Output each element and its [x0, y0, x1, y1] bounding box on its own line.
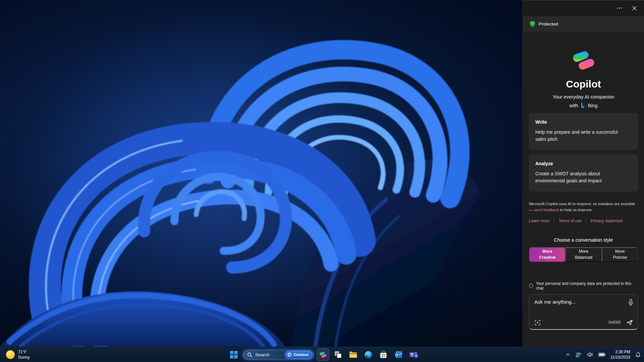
close-icon: [632, 6, 637, 10]
character-counter: 0/4000: [608, 320, 621, 325]
copilot-subtitle: Your everyday AI companion: [529, 94, 638, 100]
search-label: Search: [255, 352, 282, 357]
store-icon: [379, 351, 387, 359]
card-title: Write: [535, 119, 630, 125]
close-button[interactable]: [629, 3, 640, 13]
protected-status-bar: Protected: [523, 16, 644, 32]
send-feedback-link[interactable]: send feedback: [534, 208, 559, 212]
footer-links: Learn more Terms of use Privacy statemen…: [529, 219, 638, 223]
wifi-vpn-icon: [575, 352, 582, 358]
file-explorer-button[interactable]: [347, 348, 360, 361]
chat-composer[interactable]: Ask me anything...: [529, 294, 638, 330]
tray-time: 2:30 PM: [610, 349, 630, 355]
weather-condition: Sunny: [18, 355, 30, 360]
bing-icon: [580, 103, 585, 108]
store-button[interactable]: [377, 348, 390, 361]
chat-input[interactable]: Ask me anything...: [534, 299, 576, 305]
task-view-icon: [334, 351, 342, 359]
screen: Protected Copilot Your: [0, 0, 644, 362]
style-option-line2: Creative: [539, 255, 555, 261]
edge-button[interactable]: [362, 348, 375, 361]
search-icon: [247, 352, 252, 357]
more-options-button[interactable]: [614, 3, 625, 13]
with-bing-row: with Bing: [529, 103, 638, 108]
privacy-note: Your personal and company data are prote…: [529, 281, 638, 291]
privacy-statement-link[interactable]: Privacy statement: [591, 219, 623, 223]
copilot-panel: Protected Copilot Your: [523, 0, 644, 347]
ai-disclaimer: Microsoft Copilot uses AI to respond, so…: [529, 201, 638, 213]
taskbar-center: Search Contoso: [227, 347, 420, 362]
teams-icon: [409, 351, 418, 359]
ellipsis-icon: [617, 7, 622, 9]
microphone-icon: [628, 299, 633, 306]
protected-label: Protected: [539, 21, 558, 26]
search-box[interactable]: Search Contoso: [243, 350, 314, 360]
conversation-style-switcher: More Creative More Balanced More Precise: [529, 247, 638, 262]
learn-more-link[interactable]: Learn more: [529, 219, 549, 223]
card-body: Help me prepare and write a successful s…: [535, 129, 629, 143]
contoso-logo-icon: [287, 352, 292, 357]
send-icon: [626, 319, 633, 326]
suggestion-card-write[interactable]: Write Help me prepare and write a succes…: [529, 113, 638, 150]
clock[interactable]: 2:30 PM 11/15/2023: [609, 349, 632, 360]
style-option-precise[interactable]: More Precise: [602, 247, 638, 262]
card-title: Analyze: [535, 161, 630, 166]
copilot-panel-body: Copilot Your everyday AI companion with …: [523, 32, 644, 347]
battery-icon: [598, 353, 605, 357]
disclaimer-dash: —: [529, 208, 534, 212]
privacy-note-text: Your personal and company data are prote…: [536, 281, 638, 291]
volume-button[interactable]: [586, 351, 595, 359]
screen-capture-icon: [534, 319, 541, 326]
edge-icon: [364, 351, 373, 359]
tray-date: 11/15/2023: [610, 355, 630, 360]
sunny-weather-icon: [6, 350, 15, 359]
protected-shield-icon: [530, 21, 535, 27]
copilot-taskbar-icon: [319, 351, 327, 358]
contoso-badge-label: Contoso: [293, 353, 309, 357]
weather-widget[interactable]: 71°F Sunny: [3, 347, 33, 362]
taskbar-copilot-button[interactable]: [317, 348, 329, 361]
outlook-button[interactable]: [392, 348, 405, 361]
style-option-line2: Balanced: [575, 255, 592, 261]
with-text: with: [570, 103, 578, 108]
send-button[interactable]: [626, 319, 633, 326]
copilot-logo: [571, 49, 597, 72]
notification-bell-icon: [635, 352, 641, 358]
style-option-line1: More: [542, 249, 552, 255]
suggestion-card-analyze[interactable]: Analyze Create a SWOT analysis about env…: [529, 155, 638, 191]
speaker-icon: [587, 352, 593, 357]
tray-chevron-button[interactable]: [565, 352, 572, 357]
chevron-up-icon: [566, 353, 570, 356]
windows-start-icon: [230, 351, 238, 359]
conversation-style-title: Choose a conversation style: [529, 237, 638, 243]
style-option-line2: Precise: [613, 255, 627, 261]
network-button[interactable]: [574, 351, 583, 359]
style-option-creative[interactable]: More Creative: [529, 247, 565, 262]
outlook-icon: [394, 351, 403, 359]
link-divider: [554, 219, 554, 223]
copilot-title: Copilot: [529, 78, 638, 90]
copilot-panel-header: [523, 0, 644, 16]
disclaimer-line1: Microsoft Copilot uses AI to respond, so…: [529, 202, 635, 206]
shield-outline-icon: [529, 283, 533, 288]
weather-temperature: 71°F: [18, 349, 30, 355]
teams-button[interactable]: [407, 348, 420, 361]
microphone-button[interactable]: [628, 299, 633, 306]
terms-of-use-link[interactable]: Terms of use: [558, 219, 582, 223]
style-option-line1: More: [579, 249, 588, 255]
contoso-badge[interactable]: Contoso: [285, 351, 313, 359]
notification-button[interactable]: [634, 351, 642, 359]
screen-capture-button[interactable]: [534, 319, 541, 326]
start-button[interactable]: [227, 348, 240, 361]
system-tray: 2:30 PM 11/15/2023: [565, 347, 642, 362]
style-option-balanced[interactable]: More Balanced: [565, 247, 601, 262]
file-explorer-icon: [349, 351, 358, 359]
bing-label: Bing: [588, 103, 597, 108]
taskbar: 71°F Sunny: [0, 347, 644, 362]
link-divider: [586, 219, 586, 223]
card-body: Create a SWOT analysis about environment…: [535, 170, 629, 184]
disclaimer-line2-post: to help us improve.: [559, 208, 593, 212]
task-view-button[interactable]: [332, 348, 344, 361]
battery-button[interactable]: [597, 351, 607, 358]
style-option-line1: More: [615, 249, 625, 255]
